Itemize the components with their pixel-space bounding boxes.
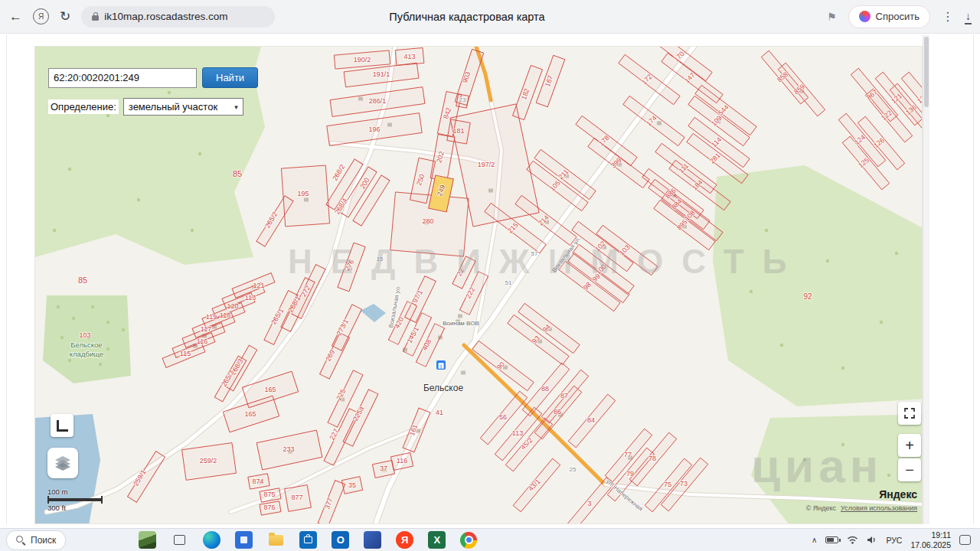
taskbar-edge-button[interactable] — [203, 531, 220, 549]
map-label: 877 — [291, 494, 302, 501]
network-icon[interactable] — [847, 536, 858, 544]
clock[interactable]: 19:11 17.06.2025 — [910, 530, 951, 549]
address-bar[interactable]: ik10map.roscadastres.com — [81, 6, 275, 28]
taskbar: Поиск O Я X ∧ РУС 19:11 — [0, 528, 980, 551]
page-title: Публичная кадастровая карта — [389, 11, 544, 23]
taskbar-search-label: Поиск — [31, 535, 56, 546]
terms-link[interactable]: Условия использования — [841, 504, 917, 512]
map-label: 56 — [499, 413, 507, 421]
taskbar-search[interactable]: Поиск — [6, 530, 66, 550]
map-label: 197/2 — [478, 161, 495, 168]
definition-value: земельный участок — [129, 101, 217, 112]
ruler-button[interactable] — [51, 414, 74, 437]
taskbar-app2-button[interactable] — [364, 531, 381, 549]
taskbar-app-button[interactable] — [235, 531, 253, 549]
zoom-in-button[interactable]: + — [898, 434, 921, 457]
search-input[interactable] — [48, 68, 197, 88]
map-label: 196 — [368, 126, 380, 133]
tray-caret-icon[interactable]: ∧ — [812, 536, 817, 544]
map-label: 51 — [505, 279, 512, 286]
map-label: 87 — [560, 392, 568, 399]
map-label: 92 — [803, 292, 812, 301]
notification-icon[interactable] — [959, 535, 971, 545]
definition-select[interactable]: земельный участок ▾ — [123, 98, 243, 116]
taskbar-outlook-button[interactable]: O — [332, 531, 349, 549]
map-label: 119 — [206, 313, 217, 321]
date: 17.06.2025 — [910, 540, 951, 550]
search-button[interactable]: Найти — [202, 67, 258, 88]
ask-label: Спросить — [876, 11, 920, 22]
parking-glyph: П — [439, 362, 443, 370]
back-button[interactable]: ← — [9, 9, 22, 24]
map-label: 191/1 — [373, 70, 390, 78]
map-label: 113 — [512, 429, 523, 437]
map-label: 259/2 — [200, 457, 217, 465]
map-label: 195 — [297, 190, 309, 197]
lock-icon — [92, 15, 99, 21]
map-label: 78 — [648, 455, 656, 462]
scale-m-label: 100 m — [47, 487, 103, 496]
search-icon — [16, 536, 25, 545]
map-label: 413 — [403, 53, 415, 60]
map-label: кладбище — [70, 350, 103, 358]
map-label: 57 — [531, 250, 538, 257]
layers-icon — [54, 455, 71, 471]
map-label: 876 — [263, 504, 275, 511]
map-label: 121 — [253, 282, 264, 289]
page-scrollbar[interactable] — [923, 35, 929, 524]
url-text: ik10map.roscadastres.com — [104, 11, 227, 22]
definition-label: Определение: — [48, 99, 119, 114]
folder-icon — [269, 535, 283, 546]
window-edge-right — [973, 34, 974, 524]
zoom-out-button[interactable]: − — [898, 458, 921, 481]
taskbar-store-button[interactable] — [299, 531, 317, 549]
map-label: 190/2 — [354, 56, 371, 64]
poi-layer: П — [436, 360, 446, 370]
map-label: 84 — [587, 416, 595, 424]
task-view-icon — [174, 535, 185, 545]
scale-ft-label: 300 ft — [47, 504, 103, 512]
map-label: 280 — [422, 217, 433, 225]
system-tray: ∧ РУС 19:11 17.06.2025 — [812, 530, 974, 549]
toolbar-right: ⚑ Спросить ⋮ ↓ — [827, 5, 971, 28]
volume-icon[interactable] — [867, 536, 877, 544]
chevron-down-icon: ▾ — [234, 103, 238, 111]
bookmarks-icon[interactable]: ⚑ — [827, 11, 837, 23]
fullscreen-button[interactable] — [898, 402, 921, 425]
map-canvas[interactable]: 190/2413191/1286/11968421812022502492801… — [35, 47, 923, 524]
scrollbar-thumb[interactable] — [924, 37, 929, 107]
taskbar-excel-button[interactable]: X — [428, 531, 446, 549]
layers-button[interactable] — [47, 448, 78, 478]
map-label: 41 — [436, 409, 443, 416]
downloads-icon[interactable]: ↓ — [965, 10, 971, 24]
map-label: 86 — [554, 408, 561, 416]
menu-icon[interactable]: ⋮ — [942, 9, 954, 24]
map-label: Воинам ВОВ — [443, 320, 479, 327]
taskbar-explorer-button[interactable] — [267, 531, 285, 549]
task-view-button[interactable] — [171, 531, 188, 549]
map-label: 103 — [79, 331, 90, 339]
language-indicator[interactable]: РУС — [886, 536, 902, 545]
map-label: 85 — [233, 169, 242, 178]
reload-button[interactable]: ↻ — [60, 8, 70, 24]
map-label: 233 — [283, 445, 294, 453]
taskbar-pinned-art-button[interactable] — [139, 531, 156, 549]
map-label: Бельское — [423, 383, 463, 393]
taskbar-chrome-button[interactable] — [460, 532, 477, 549]
battery-icon[interactable] — [825, 536, 838, 543]
window-edge-left — [6, 34, 7, 524]
ask-button[interactable]: Спросить — [848, 5, 930, 28]
map-label: 286/1 — [369, 97, 387, 105]
taskbar-yandex-button[interactable]: Я — [396, 531, 413, 549]
map-label: 88 — [541, 385, 549, 393]
browser-home-icon[interactable]: Я — [33, 8, 49, 24]
browser-toolbar: ← Я ↻ ik10map.roscadastres.com Публичная… — [0, 0, 980, 34]
copyright-text: © Яндекс — [806, 504, 836, 512]
map: 190/2413191/1286/11968421812022502492801… — [34, 46, 923, 524]
map-label: 113 — [245, 294, 256, 302]
alice-icon — [859, 11, 871, 22]
map-label: 85 — [78, 276, 87, 285]
map-label: Бельское — [70, 341, 102, 349]
map-label: 116 — [197, 337, 207, 345]
store-bag-icon — [304, 536, 312, 543]
